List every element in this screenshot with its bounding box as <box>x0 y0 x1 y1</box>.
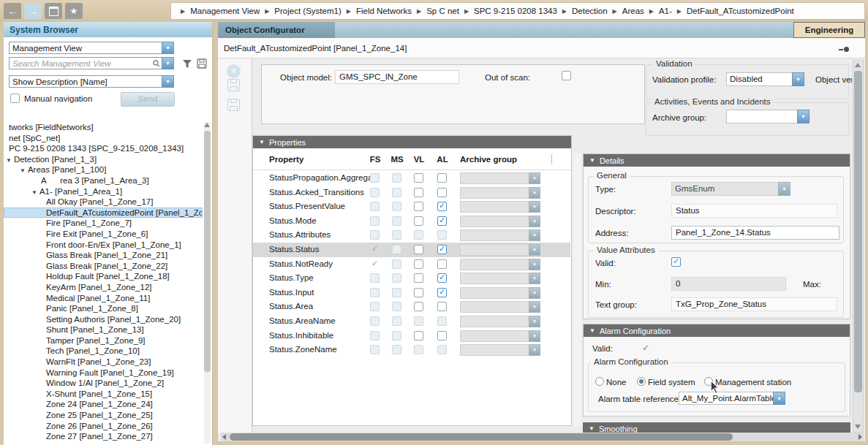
vl-checkbox[interactable] <box>414 259 423 269</box>
property-row[interactable]: Status.Area▼ <box>253 300 570 314</box>
property-row[interactable]: Status.NotReady▼ <box>253 257 570 272</box>
tree-item[interactable]: ▼Areas [Panel_1_100] <box>4 164 203 175</box>
tree-item[interactable]: Panic [Panel_1_Zone_8] <box>4 303 203 314</box>
tree-item[interactable]: Holdup Fault [Panel_1_Zone_18] <box>4 271 203 282</box>
pin-icon[interactable] <box>839 47 849 52</box>
manual-navigation-checkbox[interactable] <box>10 94 20 103</box>
tab-engineering[interactable]: Engineering <box>793 22 865 38</box>
back-button[interactable]: ← <box>4 3 21 19</box>
property-row[interactable]: StatusPropagation.Aggregat▼ <box>253 171 570 186</box>
vertical-scrollbar-thumb[interactable] <box>854 71 862 392</box>
tree-item[interactable]: A rea 3 [Panel_1_Area_3] <box>4 175 203 186</box>
chevron-down-icon[interactable]: ▼ <box>792 72 804 86</box>
vl-checkbox[interactable] <box>414 273 423 283</box>
fs-checkbox[interactable] <box>370 259 380 269</box>
tree-item[interactable]: Warning Fault [Panel_1_Zone_19] <box>4 368 203 379</box>
tree-item[interactable]: PC 9-215 0208 1343 [SPC_9-215_0208_1343] <box>4 143 203 154</box>
tree-item[interactable]: Zone 26 [Panel_1_Zone_26] <box>4 421 203 432</box>
al-checkbox[interactable] <box>437 245 447 254</box>
expander-icon[interactable]: ▼ <box>20 167 26 174</box>
scroll-right-icon[interactable] <box>858 434 862 440</box>
search-icon[interactable] <box>151 57 162 69</box>
chevron-down-icon[interactable]: ▼ <box>162 75 174 88</box>
tree-scrollbar-thumb[interactable] <box>204 131 211 372</box>
property-row[interactable]: Status.Status▼ <box>253 243 570 257</box>
favorites-button[interactable]: ★ <box>65 3 83 19</box>
breadcrumb-item[interactable]: DetFault_ATcustomizedPoint <box>687 7 794 15</box>
chevron-down-icon[interactable]: ▼ <box>162 42 174 54</box>
scroll-left-icon[interactable] <box>222 434 226 440</box>
tree-item[interactable]: Fire [Panel_1_Zone_7] <box>4 218 203 229</box>
vl-checkbox[interactable] <box>414 173 423 183</box>
al-checkbox[interactable] <box>437 331 447 341</box>
out-of-scan-checkbox[interactable] <box>562 71 571 80</box>
search-input[interactable]: Search Management View ▼ <box>9 57 174 69</box>
text-group-value[interactable]: TxG_Prop_Zone_Status <box>671 297 837 311</box>
validation-profile-dropdown[interactable]: Disabled ▼ <box>726 72 804 86</box>
property-row[interactable]: Status.Type▼ <box>253 271 570 286</box>
al-checkbox[interactable] <box>437 202 447 211</box>
forward-button[interactable]: → <box>24 3 42 19</box>
property-row[interactable]: Status.Input▼ <box>253 286 570 300</box>
tree-item[interactable]: Shunt [Panel_1_Zone_13] <box>4 324 203 335</box>
tree-item[interactable]: Zone 25 [Panel_1_Zone_25] <box>4 410 203 421</box>
tree-item[interactable]: ▼A1- [Panel_1_Area_1] <box>4 186 203 197</box>
save-filter-icon[interactable] <box>196 58 208 69</box>
vl-checkbox[interactable] <box>414 202 423 211</box>
expander-icon[interactable]: ▼ <box>31 189 37 196</box>
save-icon[interactable] <box>227 79 240 91</box>
al-checkbox[interactable] <box>437 188 447 197</box>
tree-item[interactable]: Zone 24 [Panel_1_Zone_24] <box>4 399 203 410</box>
details-header[interactable]: ▼Details <box>584 154 850 167</box>
alarm-valid-check-icon[interactable]: ✓ <box>642 343 649 353</box>
alarm-option-radio[interactable] <box>595 377 604 386</box>
address-value[interactable]: Panel_1_Zone_14.Status <box>671 226 839 240</box>
tree-item[interactable]: WarnFlt [Panel_1_Zone_23] <box>4 357 203 368</box>
breadcrumb-item[interactable]: Sp C net <box>426 7 459 15</box>
property-row[interactable]: Status.ZoneName▼ <box>253 343 570 357</box>
tree-scrollbar[interactable] <box>204 122 211 444</box>
fs-checkbox[interactable] <box>370 245 380 254</box>
alarm-configuration-header[interactable]: ▼Alarm Configuration <box>584 324 850 337</box>
view-selector-dropdown[interactable]: Management View ▼ <box>9 42 174 54</box>
chevron-down-icon[interactable]: ▼ <box>773 392 785 405</box>
send-button[interactable]: Send <box>121 92 175 107</box>
search-chevron-down-icon[interactable]: ▼ <box>162 57 174 69</box>
collapse-icon[interactable]: ▼ <box>589 425 595 432</box>
tree-item[interactable]: KeyArm [Panel_1_Zone_12] <box>4 282 203 293</box>
vl-checkbox[interactable] <box>414 331 423 341</box>
vertical-scrollbar[interactable] <box>853 60 864 433</box>
breadcrumb-item[interactable]: A1- <box>659 7 672 15</box>
tree-item[interactable]: Tamper [Panel_1_Zone_9] <box>4 335 203 346</box>
valid-checkbox[interactable] <box>671 257 681 267</box>
tree-item[interactable]: Fire Exit [Panel_1_Zone_6] <box>4 229 203 240</box>
tab-object-configurator[interactable]: Object Configurator <box>218 22 335 38</box>
tree-item[interactable]: Glass Break [Panel_1_Zone_21] <box>4 250 203 261</box>
tree-item[interactable]: Medical [Panel_1_Zone_11] <box>4 293 203 304</box>
properties-header[interactable]: ▼Properties <box>253 136 571 148</box>
property-row[interactable]: Status.PresentValue▼ <box>253 199 570 214</box>
cancel-icon[interactable]: ✕ <box>227 64 241 78</box>
filter-icon[interactable] <box>181 58 193 69</box>
breadcrumb-item[interactable]: SPC 9-215 0208 1343 <box>474 7 557 15</box>
tree-item[interactable]: Window 1/Al [Panel_1_Zone_2] <box>4 378 203 389</box>
tree-item[interactable]: X-Shunt [Panel_1_Zone_15] <box>4 389 203 400</box>
tree-item[interactable]: Tech [Panel_1_Zone_10] <box>4 346 203 357</box>
property-row[interactable]: Status.Attributes▼ <box>253 228 570 243</box>
tree-item[interactable]: All Okay [Panel_1_Zone_17] <box>4 197 203 208</box>
property-row[interactable]: Status.Mode▼ <box>253 214 570 229</box>
object-model-value[interactable]: GMS_SPC_IN_Zone <box>335 70 459 84</box>
tree-item[interactable]: Front door-En/Ex [Panel_1_Zone_1] <box>4 240 203 251</box>
archive-group-dropdown[interactable]: ▼ <box>726 110 809 123</box>
collapse-icon[interactable]: ▼ <box>589 157 595 164</box>
al-checkbox[interactable] <box>437 173 447 183</box>
collapse-icon[interactable]: ▼ <box>259 139 265 145</box>
tree-item[interactable]: net [SpC_net] <box>4 133 203 144</box>
tree-item[interactable]: Setting Authoris [Panel_1_Zone_20] <box>4 314 203 325</box>
al-checkbox[interactable] <box>437 302 447 311</box>
history-window-button[interactable] <box>45 3 62 19</box>
tree-item[interactable]: Glass Break [Panel_1_Zone_22] <box>4 261 203 272</box>
al-checkbox[interactable] <box>437 288 447 297</box>
tree-item[interactable]: ▼Detection [Panel_1_3] <box>4 154 203 165</box>
breadcrumb-item[interactable]: Areas <box>622 7 644 15</box>
